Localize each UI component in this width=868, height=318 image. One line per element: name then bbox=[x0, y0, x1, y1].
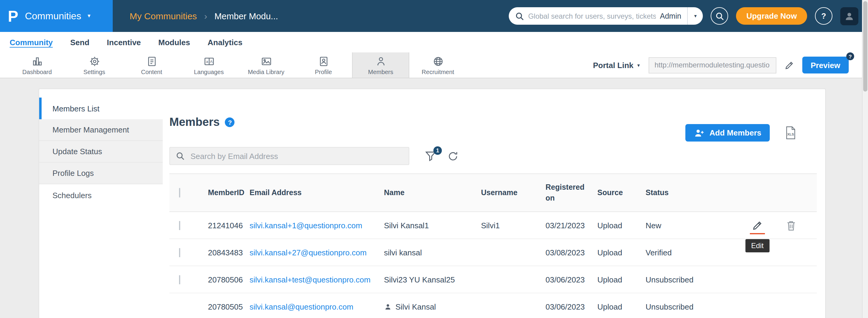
edit-member-button[interactable]: Edit bbox=[752, 212, 763, 239]
topbar-actions: Admin ▼ Upgrade Now ? bbox=[509, 7, 868, 25]
add-members-button[interactable]: Add Members bbox=[685, 124, 770, 142]
portal-url-field[interactable]: http://membermoduletesting.questio bbox=[649, 57, 776, 73]
cell-email-link[interactable]: silvi.kansal+1@questionpro.com bbox=[250, 221, 362, 230]
delete-member-button[interactable] bbox=[786, 219, 796, 231]
sidebar-item-profile-logs[interactable]: Profile Logs bbox=[39, 163, 163, 184]
cell-email-link[interactable]: silvi.kansal@questionpro.com bbox=[250, 302, 353, 311]
search-icon bbox=[176, 152, 184, 160]
preview-button[interactable]: Preview bbox=[802, 57, 849, 73]
app-window: P Communities ▼ My Communities › Member … bbox=[0, 0, 868, 318]
globe-icon bbox=[432, 55, 444, 67]
cell-email-link[interactable]: silvi.kansal+27@questionpro.com bbox=[250, 248, 367, 257]
cell-name: silvi kansal bbox=[384, 248, 481, 257]
cell-source: Upload bbox=[597, 302, 646, 311]
page-scrollbar[interactable] bbox=[862, 0, 868, 318]
module-tabs: Dashboard Settings Content aA Languages … bbox=[8, 52, 467, 78]
global-search-input[interactable] bbox=[524, 12, 660, 20]
row-checkbox[interactable] bbox=[179, 275, 180, 284]
sidebar-item-member-management[interactable]: Member Management bbox=[39, 119, 163, 141]
member-search-input[interactable] bbox=[189, 151, 403, 161]
cell-email-link[interactable]: silvi.kansal+test@questionpro.com bbox=[250, 275, 370, 284]
search-icon bbox=[516, 12, 524, 20]
primary-nav: Community Send Incentive Modules Analyti… bbox=[0, 32, 868, 52]
cell-status: New bbox=[646, 221, 718, 230]
members-search-row: 1 bbox=[169, 147, 459, 165]
search-button[interactable] bbox=[711, 7, 728, 25]
sidebar-item-members-list[interactable]: Members List bbox=[39, 98, 163, 119]
module-tab-dashboard[interactable]: Dashboard bbox=[8, 52, 66, 78]
cell-member-id: 20780505 bbox=[208, 302, 250, 311]
person-icon bbox=[375, 55, 387, 67]
document-icon bbox=[146, 55, 158, 67]
portal-link-label: Portal Link bbox=[593, 61, 633, 70]
portal-url: http://membermoduletesting.questio bbox=[655, 61, 770, 69]
header-registered-on: Registered on bbox=[546, 182, 597, 204]
trash-icon bbox=[786, 219, 796, 231]
row-actions: Edit bbox=[718, 212, 817, 239]
module-tab-label: Content bbox=[141, 68, 162, 75]
svg-text:A: A bbox=[210, 59, 213, 64]
module-tab-label: Recruitment bbox=[422, 68, 454, 75]
cell-username: Silvi1 bbox=[481, 221, 546, 230]
nav-item-modules[interactable]: Modules bbox=[158, 38, 190, 47]
header-member-id: MemberID bbox=[208, 187, 250, 198]
table-row: 20780506 silvi.kansal+test@questionpro.c… bbox=[169, 266, 817, 293]
module-tab-label: Dashboard bbox=[22, 68, 52, 75]
nav-item-analytics[interactable]: Analytics bbox=[208, 38, 243, 47]
module-tab-media-library[interactable]: Media Library bbox=[238, 52, 295, 78]
dashboard-icon bbox=[31, 55, 43, 67]
module-tab-recruitment[interactable]: Recruitment bbox=[409, 52, 467, 78]
module-tab-profile[interactable]: Profile bbox=[295, 52, 352, 78]
table-row: 20843483 silvi.kansal+27@questionpro.com… bbox=[169, 239, 817, 266]
xls-file-icon: XLS bbox=[785, 126, 796, 140]
edit-url-button[interactable] bbox=[784, 60, 795, 70]
help-button[interactable]: ? bbox=[815, 7, 832, 25]
nav-item-community[interactable]: Community bbox=[10, 38, 53, 47]
members-sidebar: Members List Member Management Update St… bbox=[39, 98, 163, 206]
chevron-down-icon: ▼ bbox=[637, 63, 641, 67]
row-checkbox[interactable] bbox=[179, 221, 180, 230]
chevron-down-icon[interactable]: ▼ bbox=[688, 14, 703, 18]
cell-registered-on: 03/08/2023 bbox=[546, 248, 597, 257]
refresh-button[interactable] bbox=[447, 150, 459, 162]
filter-button[interactable]: 1 bbox=[425, 150, 436, 162]
upgrade-button[interactable]: Upgrade Now bbox=[736, 7, 807, 25]
sidebar-item-label: Member Management bbox=[53, 125, 129, 134]
preview-help-badge[interactable]: ? bbox=[846, 52, 854, 60]
cell-source: Upload bbox=[597, 275, 646, 284]
translate-icon: aA bbox=[203, 55, 215, 67]
question-mark-icon: ? bbox=[821, 11, 826, 21]
page-title: Members bbox=[169, 116, 220, 129]
row-checkbox[interactable] bbox=[179, 248, 180, 257]
select-all-checkbox[interactable] bbox=[179, 188, 180, 198]
table-row: 20780505 silvi.kansal@questionpro.com Si… bbox=[169, 293, 817, 318]
svg-text:XLS: XLS bbox=[787, 132, 794, 136]
module-tab-content[interactable]: Content bbox=[123, 52, 180, 78]
user-icon bbox=[844, 10, 855, 22]
cell-status: Unsubscribed bbox=[646, 302, 718, 311]
members-help-badge[interactable]: ? bbox=[225, 117, 235, 127]
sidebar-item-label: Members List bbox=[53, 104, 99, 113]
module-tab-members[interactable]: Members bbox=[352, 52, 409, 78]
product-switcher[interactable]: P Communities ▼ bbox=[0, 0, 113, 32]
export-xls-button[interactable]: XLS bbox=[785, 126, 796, 140]
sidebar-item-label: Schedulers bbox=[53, 190, 92, 200]
person-plus-icon bbox=[694, 128, 705, 138]
header-source: Source bbox=[597, 187, 646, 198]
search-scope-selector[interactable]: Admin bbox=[660, 12, 687, 20]
breadcrumb-parent-link[interactable]: My Communities bbox=[130, 11, 197, 21]
cell-member-id: 21241046 bbox=[208, 221, 250, 230]
module-tab-languages[interactable]: aA Languages bbox=[180, 52, 238, 78]
pencil-icon bbox=[752, 219, 763, 231]
nav-item-send[interactable]: Send bbox=[70, 38, 90, 47]
avatar[interactable] bbox=[840, 7, 858, 25]
nav-item-incentive[interactable]: Incentive bbox=[107, 38, 141, 47]
preview-group: Preview ? bbox=[802, 57, 849, 73]
scrollbar-thumb[interactable] bbox=[863, 1, 867, 92]
module-tab-settings[interactable]: Settings bbox=[66, 52, 123, 78]
refresh-icon bbox=[447, 150, 459, 162]
header-username: Username bbox=[481, 187, 546, 198]
sidebar-item-schedulers[interactable]: Schedulers bbox=[39, 184, 163, 206]
sidebar-item-update-status[interactable]: Update Status bbox=[39, 141, 163, 163]
portal-link-dropdown[interactable]: Portal Link ▼ bbox=[593, 61, 641, 70]
